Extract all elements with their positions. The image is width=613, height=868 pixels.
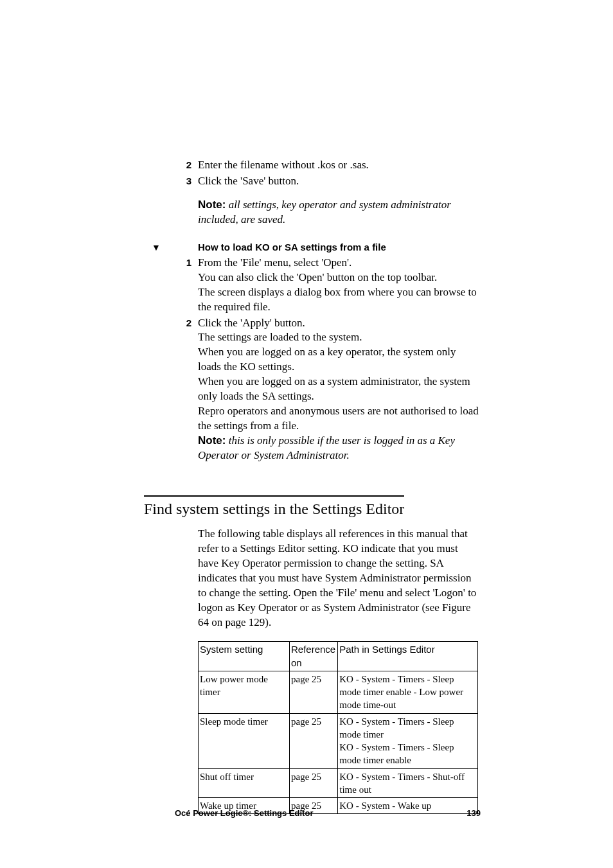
cell-path: KO - System - Timers - Sleep mode timer … [338, 671, 478, 713]
step-body: Click the 'Apply' button. The settings a… [191, 316, 479, 463]
cell-setting: Sleep mode timer [199, 713, 290, 768]
note-1: Note: all settings, key operator and sys… [175, 198, 479, 227]
cell-reference: page 25 [290, 768, 338, 798]
step-line: You can also click the 'Open' button on … [198, 270, 479, 285]
content: 2 Enter the filename without .kos or .sa… [0, 0, 613, 814]
cell-setting: Low power mode timer [199, 671, 290, 713]
proc-step-1: 1 From the 'File' menu, select 'Open'. Y… [175, 256, 479, 315]
cell-path: KO - System - Timers - Shut-off time out [338, 768, 478, 798]
procedure-heading-row: ▼ How to load KO or SA settings from a f… [152, 242, 479, 253]
page: 2 Enter the filename without .kos or .sa… [0, 0, 613, 868]
step-line: Click the 'Apply' button. [198, 316, 479, 331]
step-line: The settings are loaded to the system. [198, 330, 479, 345]
step-line: Repro operators and anonymous users are … [198, 404, 479, 434]
step-number: 2 [175, 316, 191, 463]
note-text: this is only possible if the user is log… [198, 434, 455, 461]
table-row: Shut off timer page 25 KO - System - Tim… [199, 768, 478, 798]
step-number: 3 [175, 174, 191, 189]
th-path: Path in Settings Editor [338, 642, 478, 671]
step-line: The screen displays a dialog box from wh… [198, 285, 479, 315]
step-body: From the 'File' menu, select 'Open'. You… [191, 256, 479, 315]
step-line: From the 'File' menu, select 'Open'. [198, 256, 479, 270]
cell-path: KO - System - Timers - Sleep mode timer … [338, 713, 478, 768]
table-row: Low power mode timer page 25 KO - System… [199, 671, 478, 713]
cell-setting: Shut off timer [199, 768, 290, 798]
step-text: Click the 'Save' button. [191, 174, 299, 189]
step-line: When you are logged on as a key operator… [198, 345, 479, 375]
footer-left: Océ Power Logic®: Settings Editor [175, 808, 313, 818]
note-text: all settings, key operator and system ad… [198, 199, 451, 226]
table-row: Sleep mode timer page 25 KO - System - T… [199, 713, 478, 768]
section-heading-wrap: Find system settings in the Settings Edi… [144, 495, 404, 518]
step-2: 2 Enter the filename without .kos or .sa… [175, 158, 479, 173]
procedure-heading: How to load KO or SA settings from a fil… [175, 242, 386, 252]
settings-table: System setting Reference on Path in Sett… [198, 641, 478, 814]
proc-step-2: 2 Click the 'Apply' button. The settings… [175, 316, 479, 463]
intro-paragraph: The following table displays all referen… [175, 527, 479, 630]
step-3: 3 Click the 'Save' button. [175, 174, 479, 189]
section-heading: Find system settings in the Settings Edi… [144, 500, 404, 518]
page-footer: Océ Power Logic®: Settings Editor 139 [175, 808, 481, 818]
table-header-row: System setting Reference on Path in Sett… [199, 642, 478, 671]
note-inline: Note: this is only possible if the user … [198, 434, 479, 463]
triangle-marker-icon: ▼ [152, 243, 175, 253]
footer-page-number: 139 [466, 808, 481, 818]
note-label: Note: [198, 434, 226, 447]
step-number: 1 [175, 256, 191, 315]
step-line: When you are logged on as a system admin… [198, 375, 479, 404]
step-text: Enter the filename without .kos or .sas. [191, 158, 369, 173]
note-label: Note: [198, 199, 226, 211]
th-system-setting: System setting [199, 642, 290, 671]
cell-reference: page 25 [290, 713, 338, 768]
step-number: 2 [175, 158, 191, 173]
th-reference: Reference on [290, 642, 338, 671]
cell-reference: page 25 [290, 671, 338, 713]
